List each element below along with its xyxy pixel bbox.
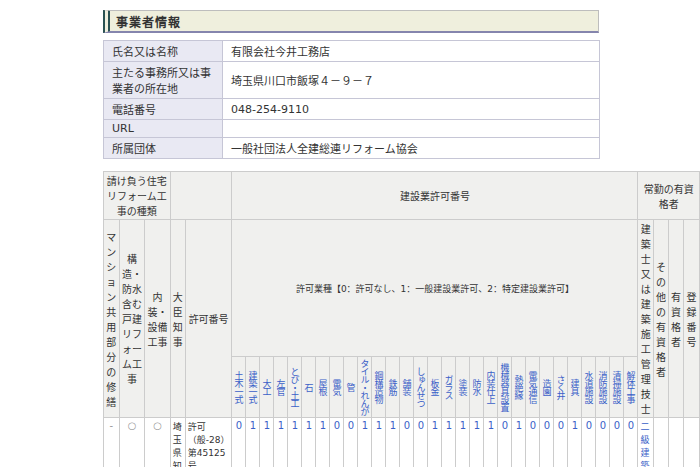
group-empty: [170, 172, 232, 220]
license-data-row: -○○埼玉県知事許可 （般-28） 第45125 号01111110011100…: [104, 418, 700, 467]
permit-note: 許可業種【0：許可なし、1：一般建設業許可、2：特定建設業許可】: [232, 220, 638, 357]
cell-other-qualified: [653, 418, 668, 467]
license-type-header: 建築一式: [246, 357, 260, 418]
field-value: [223, 120, 600, 138]
col-qualified: 有資格者: [669, 220, 684, 418]
license-value: 1: [568, 418, 582, 467]
field-label: 所属団体: [104, 138, 223, 159]
license-value: 0: [400, 418, 414, 467]
page-content: 事業者情報 氏名又は名称有限会社今井工務店主たる事務所又は事業者の所在地埼玉県川…: [103, 0, 700, 467]
license-type-header: とび・土工: [288, 357, 302, 418]
license-value: 1: [372, 418, 386, 467]
field-label: 主たる事務所又は事業者の所在地: [104, 62, 223, 99]
license-type-header: 舗装: [400, 357, 414, 418]
license-value: 0: [582, 418, 596, 467]
cell-kodate: ○: [119, 418, 145, 467]
license-value: 0: [596, 418, 610, 467]
license-table: 請け負う住宅リフォーム工事の種類 建設業許可番号 常勤の有資格者 マンション共用…: [103, 171, 700, 467]
license-value: 1: [288, 418, 302, 467]
field-label: 電話番号: [104, 99, 223, 120]
col-kodate: 構造・防水含む戸建リフォーム工事: [119, 220, 145, 418]
field-value: 埼玉県川口市飯塚４－９－７: [223, 62, 600, 99]
license-value: 1: [302, 418, 316, 467]
license-value: 0: [344, 418, 358, 467]
license-type-header: 消防施設: [596, 357, 610, 418]
license-type-header: 電気: [330, 357, 344, 418]
license-value: 1: [316, 418, 330, 467]
field-value: 一般社団法人全建総連リフォーム協会: [223, 138, 600, 159]
license-value: 0: [554, 418, 568, 467]
license-type-header: 解体工事: [624, 357, 638, 418]
license-type-header: 機械器具設置: [498, 357, 512, 418]
cell-qualified: [669, 418, 684, 467]
col-governor: 大臣知事: [170, 220, 185, 418]
business-row: 所属団体一般社団法人全建総連リフォーム協会: [104, 138, 600, 159]
license-type-header: タイル・れんが: [358, 357, 372, 418]
group-construction-permit: 建設業許可番号: [232, 172, 638, 220]
license-value: 1: [260, 418, 274, 467]
license-type-header: 防水: [470, 357, 484, 418]
license-value: 0: [498, 418, 512, 467]
license-type-header: 内装仕上: [484, 357, 498, 418]
field-label: URL: [104, 120, 223, 138]
business-row: 氏名又は名称有限会社今井工務店: [104, 41, 600, 62]
cell-permit-no: 許可 （般-28） 第45125 号: [185, 418, 232, 467]
license-type-header: 熱絶縁: [512, 357, 526, 418]
cell-governor: 埼玉県知事: [170, 418, 185, 467]
group-reform-types: 請け負う住宅リフォーム工事の種類: [104, 172, 171, 220]
license-type-header: さく井: [554, 357, 568, 418]
license-subheader-row: マンション共用部分の修繕 構造・防水含む戸建リフォーム工事 内装・設備工事 大臣…: [104, 220, 700, 357]
field-value: 048-254-9110: [223, 99, 600, 120]
cell-naiso: ○: [145, 418, 170, 467]
license-type-header: 大工: [260, 357, 274, 418]
license-value: 1: [456, 418, 470, 467]
license-value: 1: [484, 418, 498, 467]
license-value: 0: [526, 418, 540, 467]
license-type-header: 管: [344, 357, 358, 418]
license-type-header: 清掃施設: [610, 357, 624, 418]
license-value: 1: [442, 418, 456, 467]
license-value: 1: [246, 418, 260, 467]
business-row: URL: [104, 120, 600, 138]
col-architect: 建築士又は建築施工管理技士: [638, 220, 653, 418]
cell-mansion: -: [104, 418, 120, 467]
col-permit-no: 許可番号: [185, 220, 232, 418]
license-type-header: 鋼構造物: [372, 357, 386, 418]
license-value: 0: [232, 418, 246, 467]
license-value: 1: [470, 418, 484, 467]
section-header-business: 事業者情報: [103, 10, 599, 33]
license-type-header: 建具: [568, 357, 582, 418]
license-type-header: 屋根: [316, 357, 330, 418]
license-value: 1: [274, 418, 288, 467]
license-type-header: 左官: [274, 357, 288, 418]
license-value: 1: [512, 418, 526, 467]
cell-architect: 二級建築士 、一級建築施工管理技士: [638, 418, 653, 467]
license-value: 0: [414, 418, 428, 467]
license-value: 1: [358, 418, 372, 467]
license-value: 1: [386, 418, 400, 467]
license-type-header: 土木一式: [232, 357, 246, 418]
license-value: 0: [540, 418, 554, 467]
cell-reg-no: [684, 418, 700, 467]
section-title-business: 事業者情報: [116, 16, 181, 30]
license-type-header: しゅんせつ: [414, 357, 428, 418]
license-type-header: 電気通信: [526, 357, 540, 418]
business-info-table: 氏名又は名称有限会社今井工務店主たる事務所又は事業者の所在地埼玉県川口市飯塚４－…: [103, 40, 600, 159]
col-other-qualified: その他の有資格者: [653, 220, 668, 418]
license-type-header: 石: [302, 357, 316, 418]
col-mansion: マンション共用部分の修繕: [104, 220, 120, 418]
license-value: 1: [428, 418, 442, 467]
field-label: 氏名又は名称: [104, 41, 223, 62]
col-naiso: 内装・設備工事: [145, 220, 170, 418]
license-type-header: ガラス: [442, 357, 456, 418]
field-value: 有限会社今井工務店: [223, 41, 600, 62]
license-type-header: 造園: [540, 357, 554, 418]
license-type-header: 板金: [428, 357, 442, 418]
license-type-header: 水道施設: [582, 357, 596, 418]
license-type-header: 鉄筋: [386, 357, 400, 418]
col-reg-no: 登録番号: [684, 220, 700, 418]
group-qualified-staff: 常勤の有資格者: [638, 172, 700, 220]
license-value: 0: [624, 418, 638, 467]
license-type-header: 塗装: [456, 357, 470, 418]
license-value: 0: [330, 418, 344, 467]
